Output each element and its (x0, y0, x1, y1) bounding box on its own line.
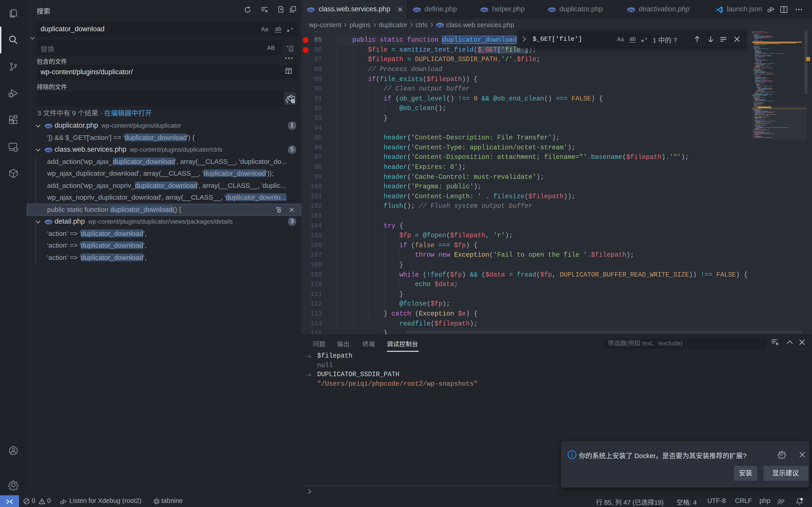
svg-text:php: php (308, 8, 314, 11)
svg-text:php: php (414, 8, 419, 11)
svg-text:php: php (628, 8, 634, 11)
svg-text:php: php (481, 8, 487, 11)
svg-text:Aa: Aa (617, 36, 624, 42)
svg-text:php: php (549, 8, 554, 11)
svg-text:*: * (645, 36, 647, 43)
svg-text:php: php (437, 23, 443, 27)
svg-text:ab: ab (629, 35, 636, 42)
